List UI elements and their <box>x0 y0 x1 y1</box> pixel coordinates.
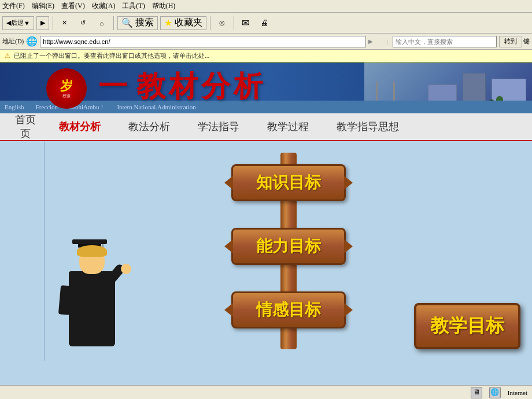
home-button[interactable]: ⌂ <box>94 15 110 31</box>
stop-icon: ✕ <box>62 19 67 27</box>
forward-button[interactable]: ▶ <box>36 16 49 30</box>
favorites-star-icon: ★ <box>164 17 172 28</box>
address-separator: | <box>387 38 388 45</box>
print-icon: 🖨 <box>260 19 268 28</box>
keyboard-icon: 键 <box>523 37 530 46</box>
status-zone: 🖥 🌐 Internet <box>471 387 527 398</box>
home-icon: ⌂ <box>100 20 104 27</box>
teaching-goal-sign[interactable]: 教学目标 <box>414 303 520 349</box>
teaching-goal-text: 教学目标 <box>430 315 504 336</box>
nav-sub-english[interactable]: English <box>5 104 24 110</box>
sign-nengli-text: 能力目标 <box>256 237 321 255</box>
toolbar-separator-1 <box>53 16 53 30</box>
popup-text: 已阻止了一个弹出窗口。要查看此弹出窗口或其他选项，请单击此处... <box>14 51 209 60</box>
graduate-figure <box>56 239 137 355</box>
site-header: 岁 校徽 一 教材分析 <box>0 62 532 113</box>
favorites-label: 收藏夹 <box>175 17 202 29</box>
nav-item-jiaocaifenxi[interactable]: 教材分析 <box>45 115 114 138</box>
popup-bar[interactable]: ⚠ 已阻止了一个弹出窗口。要查看此弹出窗口或其他选项，请单击此处... <box>0 50 532 62</box>
sign-board-nengli[interactable]: 能力目标 <box>231 228 346 265</box>
back-dropdown-icon[interactable]: ▼ <box>24 20 30 27</box>
nav-item-jiaoxuesizhang[interactable]: 教学指导思想 <box>323 115 413 138</box>
address-input[interactable] <box>40 36 366 47</box>
media-icon: ◎ <box>219 19 225 27</box>
main-area: 知识目标 能力目标 情感目标 <box>0 141 532 361</box>
refresh-button[interactable]: ↺ <box>75 15 91 31</box>
status-icon-1: 🖥 <box>471 387 482 398</box>
print-button[interactable]: 🖨 <box>256 15 272 31</box>
favicon: 🌐 <box>26 36 38 47</box>
back-arrow-icon: ◀ <box>6 19 11 27</box>
search-input[interactable] <box>393 36 497 47</box>
search-label: 搜索 <box>135 17 154 29</box>
toolbar: ◀ 后退 ▼ ▶ ✕ ↺ ⌂ 🔍 搜索 ★ 收藏夹 ◎ <box>0 13 532 34</box>
popup-icon: ⚠ <box>5 52 10 60</box>
sign-board-zhishi-inner: 知识目标 <box>231 164 346 201</box>
sign-qinggan-text: 情感目标 <box>256 301 321 319</box>
forward-arrow-icon: ▶ <box>40 19 45 27</box>
nav-home[interactable]: 首页 页 <box>6 110 45 143</box>
signpost-container: 知识目标 能力目标 情感目标 <box>144 141 433 361</box>
status-internet-label: Internet <box>508 389 527 396</box>
site-logo: 岁 校徽 <box>46 68 87 109</box>
web-content: 岁 校徽 一 教材分析 <box>0 62 532 385</box>
address-label: 地址(D) <box>2 37 24 46</box>
content-area: 知识目标 能力目标 情感目标 <box>45 141 532 361</box>
toolbar-separator-3 <box>210 16 210 30</box>
address-bar: 地址(D) 🌐 ▶ | 转到 键 <box>0 34 532 50</box>
mail-icon: ✉ <box>242 17 249 28</box>
sign-zhishi-text: 知识目标 <box>256 173 321 191</box>
header-title-main: 教材分析 <box>136 67 266 106</box>
back-label: 后退 <box>11 19 24 27</box>
nav-item-jiaofafenxi[interactable]: 教法分析 <box>114 115 184 138</box>
menu-view[interactable]: 查看(V) <box>61 1 85 11</box>
sign-board-qinggan[interactable]: 情感目标 <box>231 291 346 328</box>
stop-button[interactable]: ✕ <box>57 15 73 31</box>
search-button[interactable]: 🔍 搜索 <box>117 16 158 30</box>
refresh-icon: ↺ <box>80 19 86 27</box>
favorites-button[interactable]: ★ 收藏夹 <box>160 16 206 30</box>
header-title-area: 一 教材分析 <box>98 67 266 106</box>
menu-edit[interactable]: 编辑(E) <box>32 1 54 11</box>
menu-favorites[interactable]: 收藏(A) <box>92 1 116 11</box>
menu-help[interactable]: 帮助(H) <box>152 1 176 11</box>
sidebar <box>0 141 45 361</box>
back-button[interactable]: ◀ 后退 ▼ <box>2 16 34 30</box>
media-button[interactable]: ◎ <box>214 15 230 31</box>
nav-item-xuefazhidao[interactable]: 学法指导 <box>184 115 253 138</box>
search-glass-icon: 🔍 <box>121 17 133 28</box>
go-button[interactable]: 转到 <box>499 36 522 47</box>
nav-item-jiaoxueguocheng[interactable]: 教学过程 <box>253 115 323 138</box>
menu-file[interactable]: 文件(F) <box>2 1 25 11</box>
status-icon-2: 🌐 <box>489 387 501 398</box>
mail-button[interactable]: ✉ <box>238 15 254 31</box>
browser-window: 文件(F) 编辑(E) 查看(V) 收藏(A) 工具(T) 帮助(H) ◀ 后退… <box>0 0 532 399</box>
status-bar: 🖥 🌐 Internet <box>0 385 532 399</box>
toolbar-separator-2 <box>113 16 114 30</box>
menu-tools[interactable]: 工具(T) <box>122 1 145 11</box>
main-nav: 首页 页 教材分析 教法分析 学法指导 教学过程 教学指导思想 <box>0 113 532 141</box>
menu-bar: 文件(F) 编辑(E) 查看(V) 收藏(A) 工具(T) 帮助(H) <box>0 0 532 13</box>
sign-board-qinggan-inner: 情感目标 <box>231 291 346 328</box>
nav-home-char2: 页 <box>20 127 31 141</box>
header-title-char1: 一 <box>98 67 127 106</box>
address-go-icon: ▶ <box>368 38 373 45</box>
toolbar-separator-4 <box>234 16 234 30</box>
sign-board-nengli-inner: 能力目标 <box>231 228 346 265</box>
sign-board-zhishi[interactable]: 知识目标 <box>231 164 346 201</box>
nav-home-char1: 首页 <box>15 113 36 127</box>
